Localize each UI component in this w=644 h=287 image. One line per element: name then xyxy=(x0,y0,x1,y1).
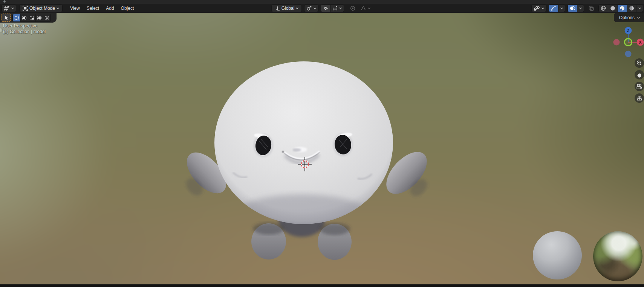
orientation-label: Global xyxy=(281,6,295,11)
camera-icon xyxy=(636,84,643,90)
perspective-grid-icon xyxy=(636,95,643,101)
shading-rendered-button[interactable] xyxy=(627,5,636,12)
axis-x-handle[interactable]: X xyxy=(637,39,644,46)
select-mode-subtract-icon xyxy=(29,15,35,21)
axis-z-handle[interactable]: Z xyxy=(625,27,632,34)
topbar-strip: + xyxy=(0,0,644,4)
gizmo-arc-arrow-icon xyxy=(551,5,557,11)
tool-options-panel[interactable]: Options xyxy=(614,13,644,22)
shading-wireframe-button[interactable] xyxy=(599,5,608,12)
pan-hand-icon xyxy=(636,72,642,78)
tweak-cursor-icon xyxy=(3,14,9,21)
snap-toggle[interactable] xyxy=(321,5,330,12)
svg-text:Z: Z xyxy=(627,28,630,33)
view-name-text: User Perspective xyxy=(3,23,46,29)
editor-type-3d-viewport-icon xyxy=(3,5,10,12)
status-strip xyxy=(0,284,644,287)
axis-negative-z-handle[interactable] xyxy=(625,50,631,57)
right-foot-top-shade xyxy=(319,223,350,235)
select-mode-set-icon xyxy=(14,15,20,21)
object-mode-dropdown[interactable]: Object Mode xyxy=(19,5,63,12)
svg-text:X: X xyxy=(639,40,641,44)
snap-target-icon xyxy=(332,5,338,11)
overlays-dropdown[interactable] xyxy=(577,5,584,12)
menu-object[interactable]: Object xyxy=(118,5,137,12)
xray-toggle[interactable] xyxy=(586,5,596,12)
chevron-down-icon xyxy=(560,7,563,9)
transform-orientation-icon xyxy=(274,5,280,11)
select-mode-set-group xyxy=(12,14,51,22)
pan-button[interactable] xyxy=(635,70,644,79)
tool-settings-left xyxy=(0,13,57,23)
transform-orientation-dropdown[interactable]: Global xyxy=(271,5,302,12)
left-foot-top-shade xyxy=(253,223,285,235)
pivot-point-dropdown[interactable] xyxy=(304,5,318,12)
overlays-circles-icon xyxy=(569,5,575,11)
gizmos-dropdown[interactable] xyxy=(558,5,565,12)
shading-wireframe-icon xyxy=(600,5,606,11)
viewport-info-text: User Perspective (1) Collection | model xyxy=(3,23,46,34)
editor-type-button[interactable] xyxy=(2,5,16,12)
shading-dropdown[interactable] xyxy=(636,5,643,12)
object-types-visibility-dropdown[interactable] xyxy=(531,5,546,12)
select-mode-subtract[interactable] xyxy=(28,14,35,21)
chevron-down-icon xyxy=(579,7,582,9)
select-mode-invert-icon xyxy=(37,15,42,21)
navigation-gizmo[interactable]: Z X xyxy=(607,22,644,60)
overlays-toggle[interactable] xyxy=(568,5,577,12)
select-mode-intersect[interactable] xyxy=(43,14,50,21)
object-mode-icon xyxy=(22,5,28,11)
chevron-down-icon xyxy=(313,7,317,9)
axis-negative-x-handle[interactable] xyxy=(613,39,620,45)
pivot-point-icon xyxy=(306,5,312,11)
options-label: Options xyxy=(619,15,635,20)
object-mode-label: Object Mode xyxy=(29,6,55,11)
select-mode-extend-icon xyxy=(21,15,27,21)
chevron-down-icon xyxy=(56,7,60,9)
shading-solid-button[interactable] xyxy=(608,5,617,12)
zoom-magnifier-icon xyxy=(636,60,642,66)
shading-material-preview-icon xyxy=(619,5,625,11)
character-model[interactable] xyxy=(180,61,434,260)
shading-material-preview-button[interactable] xyxy=(617,5,627,12)
gizmos-toggle[interactable] xyxy=(549,5,558,12)
chevron-down-icon xyxy=(637,17,640,19)
active-tool-tweak-button[interactable] xyxy=(2,14,11,22)
menu-add[interactable]: Add xyxy=(103,5,117,12)
select-mode-extend[interactable] xyxy=(20,14,28,21)
chevron-down-icon xyxy=(638,7,641,9)
chevron-down-icon xyxy=(295,7,299,9)
select-mode-intersect-icon xyxy=(44,15,50,21)
chevron-down-icon xyxy=(339,7,342,9)
chevron-down-icon xyxy=(541,7,545,9)
proportional-editing-toggle[interactable] xyxy=(348,5,358,12)
menu-select[interactable]: Select xyxy=(84,5,102,12)
proportional-falloff-curve-icon xyxy=(360,5,366,11)
hdri-preview-sphere xyxy=(593,231,642,281)
snap-settings-dropdown[interactable] xyxy=(330,5,344,12)
shading-rendered-icon xyxy=(629,5,635,11)
zoom-button[interactable] xyxy=(635,58,644,68)
material-preview-sphere xyxy=(533,231,582,279)
camera-view-button[interactable] xyxy=(635,82,644,91)
proportional-editing-icon xyxy=(350,5,356,11)
select-mode-invert[interactable] xyxy=(35,14,43,21)
viewport-header: Object Mode View Select Add Object Globa… xyxy=(0,4,644,13)
menu-view[interactable]: View xyxy=(67,5,83,12)
visibility-eye-cursor-icon xyxy=(533,6,540,11)
select-mode-set[interactable] xyxy=(13,14,20,21)
proportional-falloff-dropdown[interactable] xyxy=(358,5,373,12)
viewport-nav-buttons xyxy=(635,58,644,103)
ortho-perspective-toggle-button[interactable] xyxy=(635,93,644,103)
xray-icon xyxy=(588,5,594,11)
shading-solid-icon xyxy=(610,5,616,11)
active-object-text: (1) Collection | model xyxy=(3,29,46,34)
new-workspace-tab[interactable]: + xyxy=(3,0,6,4)
axis-y-ring-handle[interactable] xyxy=(624,38,632,46)
chevron-down-icon xyxy=(367,7,371,9)
snap-magnet-icon xyxy=(323,5,329,11)
chevron-down-icon xyxy=(11,7,14,9)
